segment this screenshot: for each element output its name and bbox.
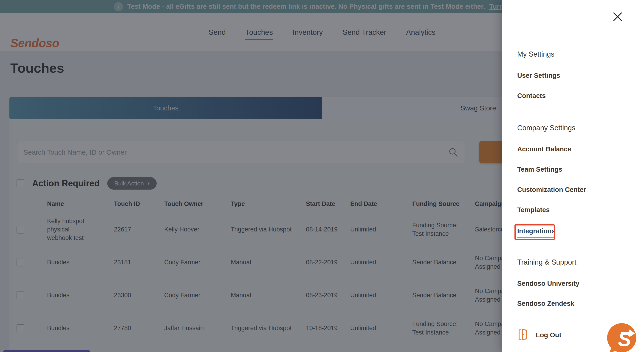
panel-item-account-balance[interactable]: Account Balance [517,145,571,153]
integrations-label[interactable]: Integrations [517,227,555,238]
svg-text:S: S [618,328,631,350]
panel-item-sendoso-university[interactable]: Sendoso University [517,280,580,287]
section-training-support: Training & Support [517,258,576,266]
chat-launcher-sendoso-icon[interactable]: S [606,322,638,352]
panel-item-customization-center[interactable]: Customization Center [517,186,586,194]
panel-item-integrations[interactable]: Integrations [517,227,555,238]
panel-item-user-settings[interactable]: User Settings [517,72,560,79]
settings-panel: My Settings User Settings Contacts Compa… [502,0,644,352]
panel-item-team-settings[interactable]: Team Settings [517,166,562,173]
close-icon[interactable] [612,12,623,23]
logout-label: Log Out [536,331,561,339]
logout-door-icon [518,329,528,341]
app-window: i Test Mode - all eGifts are still sent … [0,0,644,352]
section-my-settings: My Settings [517,50,554,58]
panel-item-templates[interactable]: Templates [517,206,550,214]
section-company-settings: Company Settings [517,124,575,132]
panel-item-sendoso-zendesk[interactable]: Sendoso Zendesk [517,300,574,307]
panel-item-contacts[interactable]: Contacts [517,92,546,100]
logout-button[interactable]: Log Out [518,329,561,341]
